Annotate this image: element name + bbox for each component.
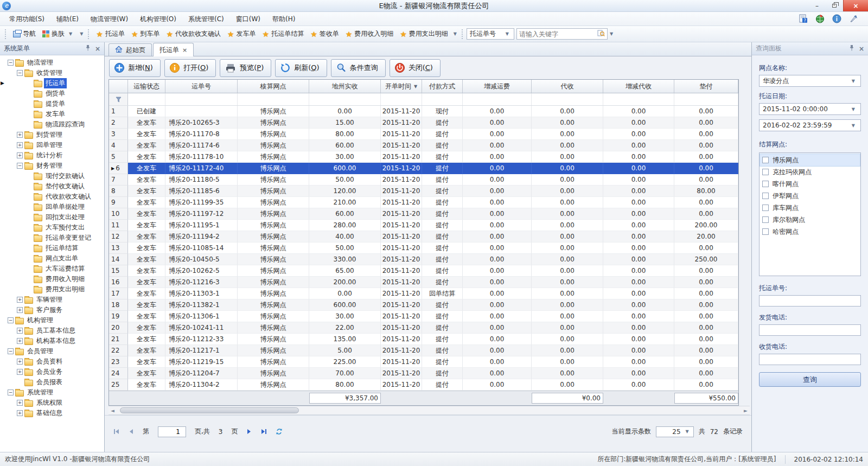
tree-item[interactable]: −会员管理 [8,346,104,356]
expand-icon[interactable]: + [17,142,23,148]
tab-start-page[interactable]: 起始页 [108,43,152,56]
filter-cell[interactable] [309,93,381,105]
table-row[interactable]: 2全发车博乐20-10265-3博乐网点15.002015-11-20提付0.0… [109,117,738,129]
table-row[interactable]: 22全发车博乐20-11217-1博乐网点5.002015-11-20提付0.0… [109,345,738,356]
filter-cell[interactable] [532,93,603,105]
menu-item[interactable]: 系统管理(C) [182,14,230,24]
table-row[interactable]: 19全发车博乐20-11306-1博乐网点30.002015-11-20提付0.… [109,311,738,322]
scroll-right-icon[interactable]: ► [742,408,750,413]
table-row[interactable]: ▶6全发车博乐20-11172-40博乐网点600.002015-11-20提付… [109,163,738,174]
tree-item[interactable]: 托运单变更登记 [8,233,104,243]
scroll-left-icon[interactable]: ◄ [108,408,117,413]
settle-site-option[interactable]: 克拉玛依网点 [760,166,860,178]
tree-item[interactable]: 提货单 [8,99,104,109]
tree-item[interactable]: −机构管理 [8,315,104,325]
settle-site-option[interactable]: 喀什网点 [760,178,860,190]
table-row[interactable]: 9全发车博乐20-11199-35博乐网点210.002015-11-20提付0… [109,197,738,208]
table-row[interactable]: 10全发车博乐20-11197-12博乐网点60.002015-11-20提付0… [109,208,738,220]
expand-icon[interactable]: + [17,297,23,303]
favorite-item[interactable]: ★费用支出明细 [397,29,451,39]
prev-page-icon[interactable] [129,429,134,435]
close-icon[interactable]: × [182,47,187,54]
refresh-page-icon[interactable] [276,428,283,435]
toolbar-grip[interactable] [88,29,90,39]
expand-icon[interactable]: + [17,328,23,334]
search-icon[interactable] [597,29,605,39]
column-header-6[interactable]: 付款方式 [422,80,463,93]
waybill-no-input[interactable] [759,295,861,307]
collapse-icon[interactable]: − [17,70,23,76]
tree-item[interactable]: 网点支出单 [8,253,104,264]
tree-item[interactable]: +会员资料 [8,356,104,367]
tree-item[interactable]: +系统权限 [8,398,104,408]
filter-cell[interactable] [238,93,309,105]
favorites-overflow-icon[interactable]: ▼ [451,31,459,36]
collapse-icon[interactable]: − [8,348,14,354]
toolbar-grip[interactable] [5,29,7,39]
date-from-select[interactable]: 2015-11-02 0:00:00 ▼ [759,103,861,115]
tree-item[interactable]: 发车单 [8,109,104,119]
recv-phone-input[interactable] [759,354,861,365]
favorite-item[interactable]: ★到车单 [128,29,163,39]
close-button[interactable]: 关闭(C) [390,59,441,77]
favorite-item[interactable]: ★发车单 [224,29,259,39]
help-doc-icon[interactable]: ? [799,14,808,23]
tree-item[interactable]: −系统管理 [8,387,104,398]
site-name-select[interactable]: 华凌分点 ▼ [759,75,861,87]
column-header-5[interactable]: 开单时间▼ [381,80,422,93]
expand-icon[interactable]: + [17,359,23,365]
menu-item[interactable]: 机构管理(O) [134,14,182,24]
tree-item[interactable]: 代收款收支确认 [8,191,104,202]
globe-icon[interactable] [815,14,825,23]
column-header-8[interactable]: 代收 [532,80,603,93]
menu-item[interactable]: 物流管理(W) [85,14,134,24]
table-row[interactable]: 15全发车博乐20-10262-5博乐网点65.002015-11-20提付0.… [109,265,738,277]
tree-item[interactable]: +员工基本信息 [8,325,104,336]
table-row[interactable]: 16全发车博乐20-11216-3博乐网点200.002015-11-20提付0… [109,277,738,288]
tree-item[interactable]: +基础信息 [8,408,104,418]
tree-item[interactable]: +车辆管理 [8,295,104,305]
tree-item[interactable]: 托运单结算 [8,243,104,253]
tree-item[interactable]: 大车预付支出 [8,222,104,233]
favorite-item[interactable]: ★托运单结算 [259,29,308,39]
settle-site-option[interactable]: 哈密网点 [760,226,860,238]
tab-waybill[interactable]: 托运单 × [153,43,194,56]
expand-icon[interactable]: + [17,152,23,158]
tree-item[interactable]: 倒货单 [8,88,104,99]
add-button[interactable]: 新增(N) [109,59,161,77]
settle-site-option[interactable]: 库尔勒网点 [760,214,860,226]
table-row[interactable]: 18全发车博乐20-11382-1博乐网点600.002015-11-20提付0… [109,299,738,311]
expand-icon[interactable]: + [17,369,23,375]
feedback-icon[interactable] [849,14,858,23]
favorite-item[interactable]: ★费用收入明细 [342,29,397,39]
pin-icon[interactable] [849,44,854,53]
date-to-select[interactable]: 2016-02-02 23:59:59 ▼ [759,119,861,131]
checkbox-icon[interactable] [762,216,769,223]
tree-item[interactable]: 托运单 [8,78,104,88]
menu-item[interactable]: 常用功能(S) [3,14,50,24]
settle-site-option[interactable]: 库车网点 [760,202,860,214]
tree-item[interactable]: 费用支出明细 [8,284,104,295]
filter-cell[interactable] [165,93,238,105]
table-row[interactable]: 13全发车博乐20-11085-14博乐网点50.002015-11-20提付0… [109,242,738,254]
table-row[interactable]: 25全发车博乐20-11304-2博乐网点80.002015-11-20提付0.… [109,379,738,391]
checkbox-icon[interactable] [762,193,769,199]
filter-query-button[interactable]: 条件查询 [331,59,386,77]
tree-item[interactable]: +统计分析 [8,150,104,161]
search-options-icon[interactable]: ▼ [608,31,615,36]
tree-item[interactable]: +到货管理 [8,130,104,140]
filter-cell[interactable] [463,93,532,105]
table-row[interactable]: 3全发车博乐20-11170-8博乐网点80.002015-11-20提付0.0… [109,129,738,140]
tree-item[interactable]: 会员报表 [8,377,104,387]
table-row[interactable]: 8全发车博乐20-11185-6博乐网点120.002015-11-20提付0.… [109,186,738,197]
checkbox-icon[interactable] [762,228,769,235]
toolbar-overflow-icon[interactable]: ▼ [78,31,85,36]
next-page-icon[interactable] [246,429,252,435]
favorite-item[interactable]: ★托运单 [93,29,128,39]
pin-icon[interactable] [85,44,91,53]
tree-item[interactable]: 物流跟踪查询 [8,119,104,130]
checkbox-icon[interactable] [762,181,769,187]
collapse-icon[interactable]: − [8,317,14,323]
open-button[interactable]: 打开(O) [164,59,216,77]
column-header-1[interactable]: 运输状态 [128,80,165,93]
